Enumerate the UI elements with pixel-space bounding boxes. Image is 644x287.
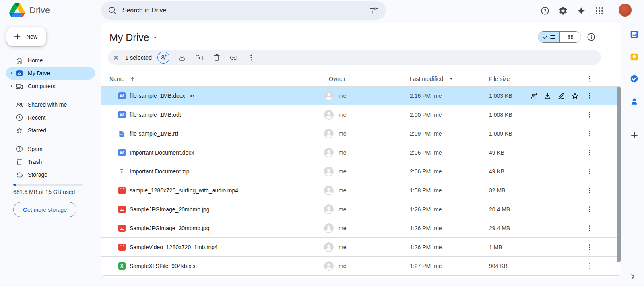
sidebar-item-computers[interactable]: Computers [6, 80, 95, 93]
caret-right-icon[interactable] [9, 83, 14, 89]
clear-selection-icon[interactable] [112, 54, 120, 61]
new-button[interactable]: New [6, 27, 46, 46]
modified-time: 2:06 PM [410, 149, 431, 156]
trash-icon[interactable] [212, 53, 221, 62]
view-toggle [538, 31, 581, 43]
owner-name: me [339, 130, 346, 137]
download-icon[interactable] [177, 53, 187, 62]
file-row[interactable]: file-sample_1MB.rtfme2:09 PMme1,009 KB [101, 124, 621, 143]
modified-by: me [434, 130, 442, 137]
owner-name: me [339, 187, 346, 194]
file-row[interactable]: XSampleXLSFile_904kb.xlsme1:27 PMme904 K… [101, 257, 621, 276]
search-icon[interactable] [107, 6, 117, 15]
more-options-icon[interactable] [585, 110, 594, 120]
get-more-storage-button[interactable]: Get more storage [13, 202, 76, 217]
help-icon[interactable]: ? [540, 6, 550, 16]
more-options-icon[interactable] [585, 148, 594, 157]
more-options-icon[interactable] [585, 261, 594, 271]
details-info-icon[interactable] [586, 32, 596, 42]
more-options-icon[interactable] [585, 129, 594, 138]
owner-name: me [339, 263, 346, 269]
chevron-right-icon[interactable] [628, 272, 638, 281]
file-row[interactable]: Important Document.zipme2:06 PMme49 KB [101, 162, 621, 181]
keep-icon[interactable] [630, 52, 639, 62]
column-header-name[interactable]: Name [109, 76, 124, 82]
filter-options-icon[interactable] [369, 6, 379, 15]
modified-time: 2:16 PM [410, 93, 431, 99]
sidebar-item-storage[interactable]: Storage [6, 168, 95, 181]
file-row[interactable]: sample_1280x720_surfing_with_audio.mp4me… [101, 181, 621, 200]
search-bar[interactable] [101, 1, 386, 20]
add-app-plus-icon[interactable] [630, 130, 639, 140]
contacts-icon[interactable] [630, 97, 639, 106]
move-to-folder-icon[interactable] [194, 53, 204, 62]
more-options-icon[interactable] [246, 53, 256, 62]
more-options-icon[interactable] [585, 91, 594, 101]
column-header-modified[interactable]: Last modified [410, 76, 443, 82]
sidebar-item-trash[interactable]: Trash [6, 155, 95, 168]
account-avatar[interactable] [619, 4, 632, 17]
file-row[interactable]: SampleVideo_1280x720_1mb.mp4me1:26 PMme1… [101, 238, 621, 257]
apps-grid-icon[interactable] [594, 6, 604, 16]
sidebar-item-my-drive[interactable]: My Drive [6, 67, 95, 80]
storage-meter-fill [13, 184, 16, 186]
new-button-label: New [26, 33, 37, 40]
spam-icon [15, 145, 23, 153]
sidebar-item-label: Home [28, 57, 43, 64]
list-view-button[interactable] [538, 32, 560, 42]
file-name: file-sample_1MB.rtf [130, 130, 178, 137]
sidebar-item-spam[interactable]: Spam [6, 142, 95, 155]
file-size: 1 MB [489, 244, 527, 250]
download-icon[interactable] [543, 91, 552, 101]
file-row[interactable]: WImportant Document.docxme2:06 PMme49 KB [101, 143, 621, 162]
gemini-icon[interactable] [576, 6, 586, 16]
more-options-icon[interactable] [585, 74, 594, 84]
star-icon[interactable] [570, 91, 580, 101]
file-row[interactable]: Wfile-sample_1MB.docxme2:16 PMme1,003 KB [101, 87, 621, 105]
toolbar-actions [157, 50, 256, 65]
modified-time: 1:26 PM [410, 225, 431, 231]
more-options-icon[interactable] [585, 204, 594, 214]
rename-pencil-icon[interactable] [556, 91, 566, 101]
svg-text:31: 31 [632, 33, 636, 37]
sidebar-item-shared-with-me[interactable]: Shared with me [6, 98, 95, 111]
more-options-icon[interactable] [585, 167, 594, 176]
calendar-icon[interactable]: 31 [630, 30, 639, 39]
column-header-owner[interactable]: Owner [324, 76, 410, 82]
more-options-icon[interactable] [585, 186, 594, 195]
file-type-rtf-icon [118, 130, 126, 138]
sidebar-item-home[interactable]: Home [6, 54, 95, 67]
settings-icon[interactable] [558, 6, 568, 16]
sidebar-item-starred[interactable]: Starred [6, 124, 95, 137]
more-options-icon[interactable] [585, 242, 594, 252]
share-person-add-icon[interactable] [157, 52, 169, 64]
modified-by: me [434, 244, 442, 250]
grid-view-button[interactable] [560, 32, 581, 42]
caret-right-icon[interactable] [9, 70, 14, 76]
selected-count: 1 selected [125, 54, 152, 61]
search-input[interactable] [122, 7, 364, 14]
sidebar-item-recent[interactable]: Recent [6, 111, 95, 124]
sort-arrow-up-icon[interactable] [129, 76, 136, 82]
owner-avatar [324, 261, 334, 271]
file-row[interactable]: SampleJPGImage_30mbmb.jpgme1:26 PMme29.4… [101, 219, 621, 238]
tasks-icon[interactable] [630, 74, 639, 84]
file-type-video-icon [118, 244, 126, 251]
owner-avatar [324, 242, 334, 252]
drive-brand[interactable]: Drive [9, 3, 50, 17]
file-row[interactable]: Wfile-sample_1MB.odtme2:00 PMme1,008 KB [101, 105, 621, 124]
scrollbar[interactable] [617, 87, 621, 262]
share-person-add-icon[interactable] [529, 91, 539, 101]
file-size: 49 KB [489, 149, 527, 156]
get-link-icon[interactable] [229, 53, 239, 62]
google-drive-app: Drive ? New HomeMy DriveComputersShared … [0, 0, 644, 287]
caret-placeholder [9, 102, 14, 107]
clock-icon [15, 114, 23, 122]
sidebar-item-label: Computers [28, 83, 55, 89]
more-options-icon[interactable] [585, 223, 594, 233]
file-row[interactable]: SampleJPGImage_20mbmb.jpgme1:26 PMme20.4… [101, 200, 621, 219]
page-title-dropdown[interactable]: My Drive [109, 31, 158, 44]
sidebar-item-label: My Drive [28, 70, 50, 76]
column-header-size[interactable]: File size [489, 76, 527, 82]
owner-name: me [339, 168, 346, 175]
